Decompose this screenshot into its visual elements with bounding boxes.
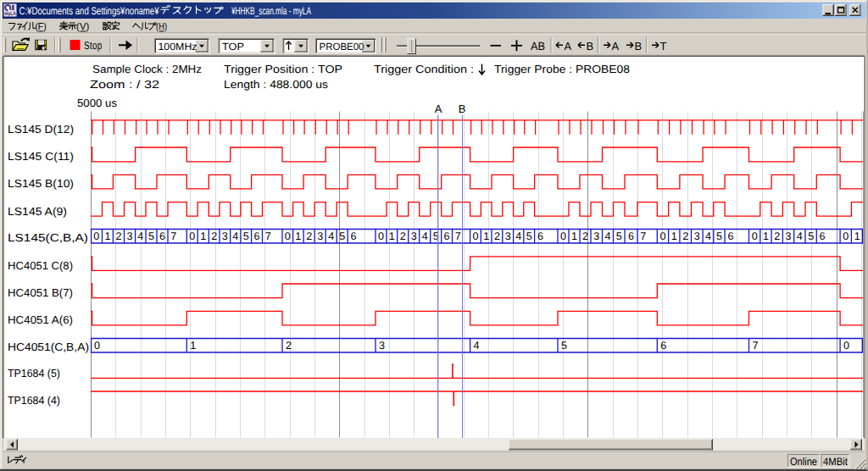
svg-text:T: T xyxy=(660,40,667,53)
svg-text:5: 5 xyxy=(561,340,567,352)
svg-text:1: 1 xyxy=(389,230,395,242)
svg-text:2: 2 xyxy=(211,230,217,242)
svg-text:AB: AB xyxy=(531,40,545,53)
svg-text:2: 2 xyxy=(682,230,688,242)
svg-text:TOP: TOP xyxy=(222,41,244,53)
svg-text:2: 2 xyxy=(286,340,292,352)
svg-text:2: 2 xyxy=(494,230,500,242)
svg-text:0: 0 xyxy=(378,230,384,242)
svg-text:5000 us: 5000 us xyxy=(77,97,118,109)
svg-text:2: 2 xyxy=(115,230,121,242)
svg-text:Zoom : / 32: Zoom : / 32 xyxy=(90,78,159,91)
svg-text:6: 6 xyxy=(660,340,666,352)
svg-text:Sample Clock : 2MHz: Sample Clock : 2MHz xyxy=(92,63,202,75)
svg-text:PROBE00: PROBE00 xyxy=(320,41,364,53)
svg-text:0: 0 xyxy=(843,340,849,352)
svg-text:B: B xyxy=(459,103,466,115)
svg-text:B: B xyxy=(587,40,594,53)
svg-text:4: 4 xyxy=(232,230,238,242)
svg-text:6: 6 xyxy=(537,230,543,242)
svg-text:0: 0 xyxy=(94,340,100,352)
svg-text:3: 3 xyxy=(411,230,417,242)
svg-text:(F): (F) xyxy=(35,22,46,32)
svg-text:myLA: myLA xyxy=(4,11,16,17)
svg-text:1: 1 xyxy=(190,340,196,352)
svg-text:3: 3 xyxy=(222,230,228,242)
svg-text:3: 3 xyxy=(379,340,385,352)
svg-text:1: 1 xyxy=(104,230,110,242)
svg-text:LS145 C(11): LS145 C(11) xyxy=(8,150,74,163)
svg-text:0: 0 xyxy=(93,230,99,242)
svg-text:4: 4 xyxy=(797,230,803,242)
svg-text:6: 6 xyxy=(444,230,450,242)
svg-text:1: 1 xyxy=(763,230,769,242)
svg-text:C:¥Documents and Settings¥nona: C:¥Documents and Settings¥noname¥ xyxy=(19,5,159,17)
svg-text:4: 4 xyxy=(422,230,428,242)
svg-text:Stop: Stop xyxy=(84,39,103,52)
svg-text:0: 0 xyxy=(285,230,291,242)
svg-text:7: 7 xyxy=(640,230,646,242)
svg-text:Trigger Probe : PROBE08: Trigger Probe : PROBE08 xyxy=(494,63,630,75)
svg-text:1: 1 xyxy=(295,230,301,242)
svg-text:LS145 A(9): LS145 A(9) xyxy=(8,205,67,218)
svg-text:2: 2 xyxy=(400,230,406,242)
svg-text:B: B xyxy=(635,40,643,53)
svg-text:6: 6 xyxy=(820,230,826,242)
svg-text:5: 5 xyxy=(339,230,345,242)
svg-text:HC4051(C,B,A): HC4051(C,B,A) xyxy=(8,341,89,353)
svg-text:(V): (V) xyxy=(76,22,89,32)
svg-text:4: 4 xyxy=(137,230,143,242)
svg-text:¥HHKB_scan.mla - myLA: ¥HHKB_scan.mla - myLA xyxy=(231,5,311,17)
svg-text:0: 0 xyxy=(472,230,478,242)
svg-text:Length : 488.000 us: Length : 488.000 us xyxy=(224,78,329,91)
svg-text:Trigger Condition :: Trigger Condition : xyxy=(374,63,474,75)
svg-text:0: 0 xyxy=(843,230,849,242)
svg-text:7: 7 xyxy=(753,340,759,352)
svg-text:6: 6 xyxy=(254,230,260,242)
svg-text:3: 3 xyxy=(694,230,700,242)
svg-text:5: 5 xyxy=(526,230,532,242)
svg-text:3: 3 xyxy=(317,230,323,242)
svg-text:2: 2 xyxy=(582,230,588,242)
svg-text:1: 1 xyxy=(483,230,489,242)
svg-text:4: 4 xyxy=(474,340,480,352)
svg-text:HC4051 A(6): HC4051 A(6) xyxy=(8,313,73,326)
svg-text:TP1684 (5): TP1684 (5) xyxy=(8,367,60,380)
svg-text:5: 5 xyxy=(243,230,249,242)
svg-text:100MHz: 100MHz xyxy=(159,41,198,53)
svg-text:5: 5 xyxy=(616,230,622,242)
svg-text:3: 3 xyxy=(505,230,511,242)
svg-text:LS145(C,B,A): LS145(C,B,A) xyxy=(8,231,88,244)
svg-text:0: 0 xyxy=(752,230,758,242)
svg-text:1: 1 xyxy=(671,230,677,242)
svg-text:3: 3 xyxy=(127,230,133,242)
svg-text:4: 4 xyxy=(328,230,334,242)
svg-text:5: 5 xyxy=(716,230,722,242)
svg-text:5: 5 xyxy=(808,230,814,242)
svg-text:A: A xyxy=(565,40,572,53)
svg-text:3: 3 xyxy=(593,230,599,242)
svg-text:1: 1 xyxy=(200,230,206,242)
svg-text:1: 1 xyxy=(571,230,577,242)
svg-text:4: 4 xyxy=(604,230,610,242)
svg-text:0: 0 xyxy=(189,230,195,242)
svg-text:7: 7 xyxy=(455,230,461,242)
svg-text:5: 5 xyxy=(148,230,154,242)
svg-text:HC4051 C(8): HC4051 C(8) xyxy=(8,259,73,272)
svg-text:HC4051 B(7): HC4051 B(7) xyxy=(8,286,73,299)
svg-text:(H): (H) xyxy=(156,22,167,32)
svg-text:2: 2 xyxy=(306,230,312,242)
svg-text:Online: Online xyxy=(790,456,817,468)
svg-text:LS145 D(12): LS145 D(12) xyxy=(8,123,74,136)
svg-text:7: 7 xyxy=(170,230,176,242)
svg-text:1: 1 xyxy=(854,230,860,242)
svg-text:7: 7 xyxy=(265,230,271,242)
svg-text:0: 0 xyxy=(659,230,665,242)
svg-text:Trigger Position : TOP: Trigger Position : TOP xyxy=(224,63,342,75)
svg-text:2: 2 xyxy=(774,230,780,242)
svg-text:6: 6 xyxy=(350,230,356,242)
svg-text:4MBit: 4MBit xyxy=(823,456,848,468)
svg-text:6: 6 xyxy=(727,230,733,242)
svg-text:6: 6 xyxy=(159,230,165,242)
svg-text:LS145 B(10): LS145 B(10) xyxy=(8,177,74,190)
